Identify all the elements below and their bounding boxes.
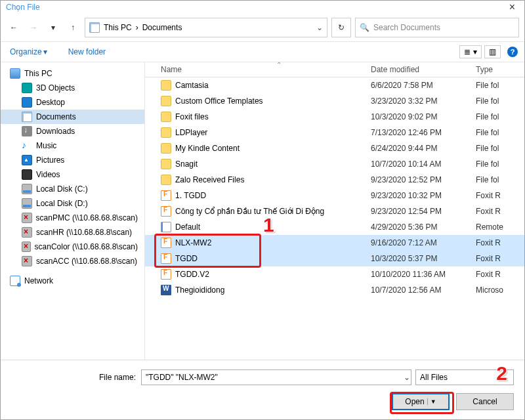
pic-icon (22, 155, 32, 165)
chevron-down-icon[interactable]: ▼ (427, 398, 436, 405)
tree-item[interactable]: Pictures (1, 153, 144, 167)
tree-item-label: Desktop (36, 98, 65, 107)
search-icon: 🔍 (360, 23, 369, 32)
file-name: Snagit (175, 159, 198, 169)
file-row[interactable]: NLX-MW29/16/2020 7:12 AMFoxit R (145, 235, 524, 251)
tree-item-label: scanPMC (\\10.68.68.8\scan) (36, 213, 138, 222)
file-row[interactable]: TGDD10/3/2020 5:37 PMFoxit R (145, 251, 524, 266)
tree-item[interactable]: This PC (1, 66, 144, 81)
tree-item-label: This PC (24, 69, 52, 78)
drive-x-icon (22, 242, 31, 252)
foxit-icon (161, 190, 171, 201)
file-name: Công ty Cổ phần Đầu tư Thế Giới Di Động (175, 207, 324, 216)
tree-item[interactable]: 3D Objects (1, 81, 144, 95)
file-row[interactable]: Thegioididong10/7/2020 12:56 AMMicroso (145, 282, 524, 298)
file-type: Foxit R (476, 270, 524, 279)
folder-icon (161, 143, 171, 154)
dialog-footer: File name: ⌄ All Files ⌄ Open ▼ Cancel 2 (1, 360, 524, 419)
file-row[interactable]: Công ty Cổ phần Đầu tư Thế Giới Di Động9… (145, 203, 524, 219)
back-icon[interactable]: ← (6, 20, 22, 35)
file-row[interactable]: TGDD.V210/10/2020 11:36 AMFoxit R (145, 266, 524, 282)
column-type[interactable]: Type (476, 65, 524, 74)
disk-icon (22, 198, 32, 209)
file-name: Custom Office Templates (175, 96, 263, 106)
tree-item[interactable]: Network (1, 274, 144, 288)
file-name: My Kindle Content (175, 144, 240, 153)
file-type: Microso (476, 285, 524, 295)
location-folder-icon (89, 22, 100, 33)
organize-menu[interactable]: Organize ▾ (7, 45, 50, 59)
folder-icon (161, 175, 171, 185)
file-name: Thegioididong (175, 285, 224, 295)
tree-item[interactable]: Videos (1, 167, 144, 182)
breadcrumb-root[interactable]: This PC (104, 23, 132, 32)
breadcrumb-leaf[interactable]: Documents (142, 23, 182, 32)
file-row[interactable]: My Kindle Content6/24/2020 9:44 PMFile f… (145, 140, 524, 156)
file-row[interactable]: Zalo Received Files9/23/2020 12:52 PMFil… (145, 172, 524, 188)
recent-locations-icon[interactable]: ▾ (45, 20, 61, 35)
tree-item[interactable]: ♪Music (1, 138, 144, 153)
file-type: File fol (476, 96, 524, 106)
file-name: Camtasia (175, 81, 209, 90)
file-name: TGDD (175, 254, 198, 263)
file-type: Foxit R (476, 254, 524, 263)
window-title: Chọn File (6, 3, 505, 12)
desk-icon (22, 97, 32, 108)
file-name: NLX-MW2 (175, 238, 211, 247)
file-row[interactable]: Foxit files10/3/2020 9:02 PMFile fol (145, 109, 524, 125)
filename-label: File name: (11, 373, 136, 382)
file-row[interactable]: Default4/29/2020 5:36 PMRemote (145, 219, 524, 235)
forward-icon[interactable]: → (26, 20, 41, 35)
drive-x-icon (22, 227, 32, 238)
search-input[interactable]: 🔍 Search Documents (355, 18, 519, 37)
tree-item[interactable]: scanPMC (\\10.68.68.8\scan) (1, 211, 144, 225)
file-filter-value: All Files (420, 373, 448, 382)
file-date: 9/23/2020 12:52 PM (371, 175, 476, 184)
tree-item[interactable]: scanHR (\\10.68.68.8\scan) (1, 225, 144, 240)
file-date: 9/16/2020 7:12 AM (371, 238, 476, 247)
teal-icon (22, 83, 32, 93)
filename-input[interactable] (141, 369, 411, 385)
pc-icon (10, 68, 20, 79)
file-filter-combo[interactable]: All Files ⌄ (415, 369, 514, 385)
file-date: 10/7/2020 12:56 AM (371, 285, 476, 295)
tree-item[interactable]: scanACC (\\10.68.68.8\scan) (1, 254, 144, 268)
open-button[interactable]: Open ▼ (392, 393, 450, 410)
tree-item[interactable]: Documents (1, 110, 144, 124)
file-row[interactable]: LDPlayer7/13/2020 12:46 PMFile fol (145, 125, 524, 140)
cancel-button[interactable]: Cancel (456, 393, 514, 410)
file-name: Default (175, 222, 200, 232)
file-type: Foxit R (476, 238, 524, 247)
file-row[interactable]: Snagit10/7/2020 10:14 AMFile fol (145, 156, 524, 172)
file-date: 6/6/2020 7:58 PM (371, 81, 476, 90)
file-row[interactable]: Custom Office Templates3/23/2020 3:32 PM… (145, 93, 524, 109)
chevron-down-icon[interactable]: ⌄ (404, 373, 410, 382)
file-row[interactable]: Camtasia6/6/2020 7:58 PMFile fol (145, 77, 524, 93)
column-date[interactable]: Date modified (371, 65, 476, 74)
file-name: Foxit files (175, 112, 209, 121)
chevron-down-icon[interactable]: ⌄ (316, 23, 323, 32)
preview-pane-button[interactable]: ▥ (484, 45, 501, 58)
command-bar: Organize ▾ New folder ≣ ▾ ▥ ? (1, 42, 524, 62)
tree-item[interactable]: Local Disk (C:) (1, 182, 144, 196)
address-bar[interactable]: This PC › Documents ⌄ (85, 18, 327, 37)
up-icon[interactable]: ↑ (65, 20, 81, 35)
help-icon[interactable]: ? (507, 47, 518, 57)
tree-item[interactable]: scanColor (\\10.68.68.8\scan) (1, 240, 144, 254)
remote-icon (161, 222, 171, 232)
close-icon[interactable]: × (505, 1, 519, 13)
refresh-icon[interactable]: ↻ (331, 18, 351, 37)
tree-item[interactable]: Local Disk (D:) (1, 196, 144, 211)
net-icon (10, 276, 20, 286)
file-date: 10/3/2020 9:02 PM (371, 112, 476, 121)
file-row[interactable]: 1. TGDD9/23/2020 10:32 PMFoxit R (145, 188, 524, 203)
navigation-pane: This PC3D ObjectsDesktopDocumentsDownloa… (1, 62, 145, 360)
tree-item-label: scanColor (\\10.68.68.8\scan) (35, 242, 138, 251)
tree-item[interactable]: Downloads (1, 124, 144, 138)
folder-icon (161, 96, 171, 106)
new-folder-button[interactable]: New folder (66, 45, 108, 59)
column-name[interactable]: Name (161, 65, 371, 74)
file-pane: ⌃ Name Date modified Type 1 Camtasia6/6/… (145, 62, 524, 360)
tree-item[interactable]: Desktop (1, 95, 144, 110)
view-options-button[interactable]: ≣ ▾ (459, 45, 482, 58)
